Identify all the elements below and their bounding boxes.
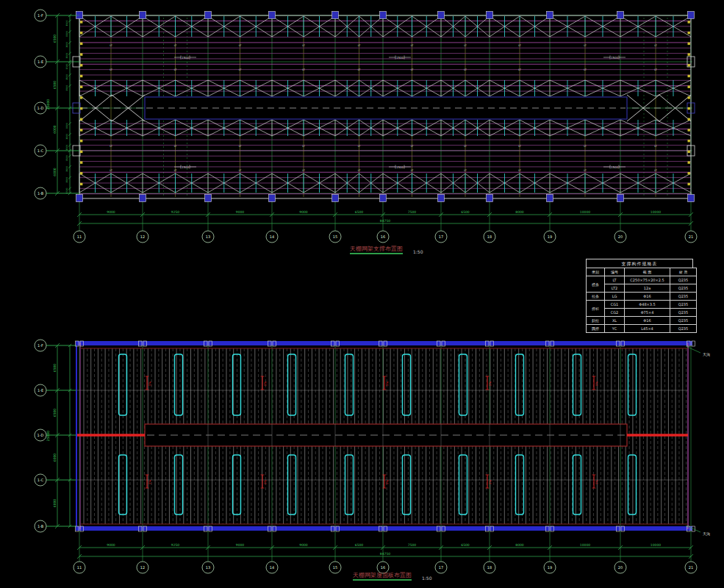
plan2-title-text: 天棚网架屋面板布置图 (353, 572, 412, 581)
purlin-mark: LT (110, 44, 112, 47)
purlin-mark: LT (239, 169, 242, 172)
bay-dimension: 7500 (408, 210, 417, 214)
axis-bubble-label: 20 (618, 565, 623, 570)
bay-dimension: 9000 (299, 543, 308, 547)
spec-cell: Q235 (670, 309, 697, 317)
purlin-mark: LT (411, 44, 414, 47)
row-dimension: 6000 (53, 168, 57, 176)
spec-cell: Q235 (670, 301, 697, 309)
axis-bubble-label: 19 (548, 565, 552, 570)
spec-row: 隅撑YCL45×4Q235 (587, 325, 697, 333)
axis-bubble-label: 13 (206, 234, 210, 239)
purlin-mark: LT (411, 169, 414, 172)
axis-bubble-label: 14 (270, 234, 274, 239)
row-overall-dimension: 25000 (46, 99, 50, 110)
purlin-mark: LT (518, 44, 521, 47)
purlin-spacing-dim: 1500 (65, 134, 68, 140)
axis-bubble-label: 14 (270, 565, 274, 570)
bay-dimension: 7500 (408, 543, 417, 547)
spec-cell: C250×75×20×2.5 (625, 276, 670, 284)
row-bubble-label: 1-E (37, 388, 43, 392)
plan2-scale: 1:50 (422, 576, 431, 581)
bay-dimension: 9000 (107, 210, 115, 214)
plan1-scale: 1:50 (413, 249, 423, 254)
purlin-mark: LT (518, 169, 521, 172)
axis-bubble-label: 21 (689, 565, 693, 570)
row-dimension: 6500 (53, 409, 57, 417)
axis-bubble-label: 16 (381, 565, 385, 570)
spec-cell: 12a (625, 284, 670, 293)
spec-cell: Q235 (670, 276, 697, 284)
axis-bubble-label: 18 (487, 565, 492, 570)
plan2-gutter-labels: 天沟天沟 (686, 346, 710, 537)
axis-bubble-label: 12 (140, 234, 145, 239)
bay-dimension: 9000 (107, 543, 115, 547)
purlin-spacing-dim: 1500 (65, 21, 68, 26)
cad-viewport: LTLTLTLTLTLTLTLTLTLTLTLTLTLTLTLTLTLTLTLT… (0, 0, 724, 588)
spec-cell: Q235 (670, 317, 697, 325)
axis-bubble-label: 12 (140, 565, 145, 570)
row-dimension: 6000 (53, 499, 57, 508)
spec-cell: YC (605, 325, 625, 333)
purlin-spacing-dim: 1500 (65, 145, 68, 151)
slope-label: 5% (263, 480, 267, 484)
purlin-spacing-dim: 1500 (65, 155, 68, 161)
axis-bubble-label: 17 (439, 565, 443, 570)
purlin-mark: LT (584, 44, 587, 47)
purlin-spacing-dim: 1500 (65, 123, 68, 129)
overall-dimension: 84750 (380, 219, 390, 223)
bay-dimension: 6500 (461, 543, 470, 547)
spec-cell: XL (605, 317, 625, 325)
row-bubble-label: 1-D (37, 106, 44, 110)
axis-bubble-label: 15 (333, 234, 337, 239)
row-dimension: 6500 (53, 81, 57, 90)
plan1-ridge-band (79, 95, 691, 121)
bay-dimension: 6500 (461, 210, 470, 214)
slope-label: 5% (595, 381, 598, 386)
purlin-mark: LT (358, 169, 361, 172)
row-overall-dimension: 25000 (46, 431, 50, 441)
spec-table-title: 支撑构件规格表 (586, 259, 693, 268)
bay-dimension: 10000 (580, 543, 590, 547)
bay-dimension: 9250 (171, 210, 180, 214)
spec-category-cell: 檩条 (587, 276, 605, 293)
row-dimension: 6000 (53, 125, 57, 134)
bay-dimension: 10000 (580, 210, 590, 214)
bay-dimension: 9000 (299, 210, 308, 214)
purlin-mark: LT (584, 169, 587, 172)
purlin-mark: LT (654, 169, 657, 172)
axis-bubble-label: 20 (618, 234, 623, 239)
purlin-mark: LT (464, 169, 467, 172)
plan2-left-anno: 1-F1-E1-D1-C1-B650065006000600025000 (35, 340, 76, 532)
axis-bubble-label: 19 (548, 234, 552, 239)
spec-cell: Φ75×4 (625, 309, 670, 317)
purlin-spacing-dim: 1500 (65, 177, 68, 183)
row-bubble-label: 1-C (37, 478, 44, 482)
plan2-title: 天棚网架屋面板布置图 1:50 (353, 572, 431, 581)
purlin-mark: LT (464, 44, 467, 47)
bay-dimension: 10000 (650, 210, 661, 214)
purlin-mark: LT (174, 44, 177, 47)
axis-bubble-label: 11 (77, 234, 82, 239)
spec-cell: Φ48×3.5 (625, 301, 670, 309)
gutter-label: 天沟 (703, 531, 710, 537)
spec-category-cell: 撑杆 (587, 301, 605, 317)
member-spec-table: 支撑构件规格表 类别编号截 面材 质檩条LTC250×75×20×2.5Q235… (586, 259, 693, 333)
bay-dimension: 6500 (355, 543, 364, 547)
row-bubble-label: 1-D (37, 433, 44, 437)
spacing-callout: 1500 (182, 56, 190, 60)
slope-label: 5% (148, 480, 151, 484)
spec-cell: CG1 (605, 301, 625, 309)
plan1-dims: 1112131415161718192021900092509000900065… (74, 210, 697, 243)
spec-cell: Q235 (670, 293, 697, 301)
spec-cell: Φ16 (625, 317, 670, 325)
spec-cell: Q235 (670, 325, 697, 333)
bay-dimension: 9000 (236, 210, 245, 214)
slope-label: 5% (148, 381, 151, 386)
slope-label: 5% (488, 480, 492, 484)
spec-cell: LT (605, 276, 625, 284)
bay-dimension: 6500 (355, 210, 364, 214)
spec-table-grid: 类别编号截 面材 质檩条LTC250×75×20×2.5Q235LT212aQ2… (586, 268, 697, 333)
row-dimension: 6500 (53, 364, 57, 373)
spec-category-cell: 拉条 (587, 293, 605, 301)
